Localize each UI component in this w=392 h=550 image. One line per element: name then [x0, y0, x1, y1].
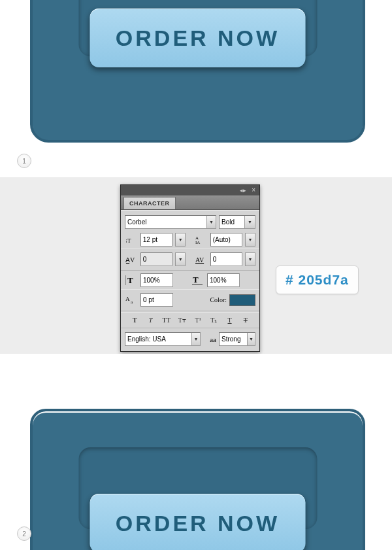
chevron-down-icon[interactable]: ▼ [191, 333, 200, 345]
step-number: 1 [22, 158, 26, 165]
hscale-field[interactable] [207, 273, 240, 287]
kerning-dd[interactable]: ▼ [175, 252, 186, 266]
svg-text:A: A [125, 296, 130, 302]
vscale-icon: T [125, 274, 138, 286]
faux-italic-button[interactable]: T [144, 317, 156, 324]
faux-bold-button[interactable]: T [129, 317, 140, 324]
panel-menu-icon[interactable]: ◂▸ [240, 187, 246, 194]
svg-text:T: T [127, 275, 133, 285]
vscale-input[interactable] [141, 275, 174, 286]
leading-input[interactable] [211, 234, 235, 245]
font-size-icon: ᵢT [125, 233, 138, 246]
step-number-badge: 2 [17, 526, 31, 541]
button-backdrop: ORDER NOW [30, 0, 365, 143]
leading-icon: AIA [195, 233, 208, 246]
underline-button[interactable]: T [224, 317, 236, 324]
step-2-preview: ORDER NOW ORDER NOW 2 [0, 354, 392, 550]
panel-body: ▼ ▼ ᵢT ▼ AIA [121, 210, 259, 351]
superscript-button[interactable]: T¹ [192, 317, 204, 324]
hscale-input[interactable] [208, 275, 240, 286]
small-caps-button[interactable]: Tᴛ [176, 317, 188, 324]
size-row: ᵢT ▼ AIA ▼ [121, 231, 259, 249]
leading-dd[interactable]: ▼ [245, 233, 255, 247]
font-row: ▼ ▼ [121, 211, 259, 231]
character-panel-area: ◂▸ × CHARACTER ▼ ▼ [0, 177, 392, 354]
baseline-shift-icon: Aa [125, 294, 138, 306]
scale-row: T T [121, 271, 259, 289]
svg-text:AV: AV [195, 256, 204, 264]
tracking-input[interactable] [211, 254, 235, 265]
hscale-icon: T [191, 274, 204, 286]
antialias-input[interactable] [220, 334, 247, 345]
language-input[interactable] [125, 334, 191, 345]
svg-text:ᵢT: ᵢT [126, 237, 131, 244]
panel-close-icon[interactable]: × [252, 186, 255, 194]
vscale-field[interactable] [140, 273, 173, 287]
baseline-input[interactable] [141, 294, 174, 305]
kerning-field[interactable] [140, 252, 172, 266]
tracking-field[interactable] [210, 252, 242, 266]
text-color-swatch[interactable] [229, 294, 255, 306]
language-select[interactable]: ▼ [125, 332, 201, 346]
button-backdrop: ORDER NOW ORDER NOW [30, 409, 365, 550]
type-styles-row: T T TT Tᴛ T¹ T₁ T T [121, 312, 259, 328]
chevron-down-icon[interactable]: ▼ [247, 333, 255, 345]
font-style-select[interactable]: ▼ [219, 215, 255, 229]
character-tab[interactable]: CHARACTER [123, 197, 176, 209]
color-label: Color: [210, 296, 227, 303]
all-caps-button[interactable]: TT [161, 317, 172, 324]
chevron-down-icon[interactable]: ▼ [244, 216, 255, 228]
lang-row: ▼ aa ▼ [121, 328, 259, 351]
font-family-input[interactable] [125, 216, 206, 228]
baseline-field[interactable] [140, 293, 173, 307]
font-family-select[interactable]: ▼ [125, 215, 216, 229]
kerning-input[interactable] [141, 254, 165, 265]
order-button[interactable]: ORDER NOW ORDER NOW [90, 494, 306, 550]
button-recess: ORDER NOW ORDER NOW [78, 447, 317, 529]
tracking-icon: AV [195, 253, 208, 266]
strikethrough-button[interactable]: T [240, 317, 252, 324]
antialias-icon: aa [210, 335, 216, 343]
order-button-label: ORDER NOW [116, 26, 280, 51]
step-1-preview: ORDER NOW 1 [0, 0, 392, 177]
tracking-dd[interactable]: ▼ [245, 252, 255, 266]
font-style-input[interactable] [220, 216, 244, 228]
svg-text:T: T [193, 275, 199, 284]
hex-color-text: # 205d7a [286, 272, 349, 287]
chevron-down-icon[interactable]: ▼ [206, 216, 216, 228]
kerning-row: A̲V ▼ AV ▼ [121, 249, 259, 271]
panel-header: CHARACTER [121, 196, 259, 210]
order-button[interactable]: ORDER NOW [90, 9, 306, 67]
button-recess: ORDER NOW [78, 0, 317, 56]
order-button-label: ORDER NOW [116, 511, 280, 536]
font-size-field[interactable] [140, 233, 172, 247]
antialias-select[interactable]: ▼ [219, 332, 255, 346]
character-panel: ◂▸ × CHARACTER ▼ ▼ [120, 184, 260, 352]
step-number-badge: 1 [17, 154, 31, 168]
baseline-row: Aa Color: [121, 289, 259, 311]
kerning-icon: A̲V [125, 253, 138, 266]
svg-text:IA: IA [195, 240, 200, 245]
size-dd[interactable]: ▼ [175, 233, 186, 247]
svg-text:A̲V: A̲V [125, 256, 135, 264]
hex-color-callout: # 205d7a [276, 266, 359, 294]
character-tab-label: CHARACTER [129, 200, 170, 207]
leading-field[interactable] [210, 233, 242, 247]
panel-tabstrip: ◂▸ × [121, 185, 259, 196]
font-size-input[interactable] [141, 234, 165, 245]
step-number: 2 [22, 530, 26, 538]
svg-text:a: a [131, 300, 133, 305]
subscript-button[interactable]: T₁ [208, 317, 220, 324]
